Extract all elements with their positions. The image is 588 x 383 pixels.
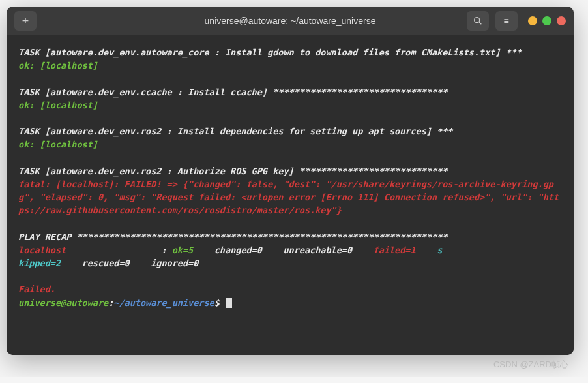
prompt-path: ~/autoware_universe: [113, 298, 214, 308]
task-status-ok: ok: [localhost]: [18, 99, 562, 112]
recap-rescued: rescued=0: [61, 258, 130, 268]
recap-failed: failed=1: [352, 245, 416, 255]
recap-changed: changed=0: [193, 245, 262, 255]
search-icon: [473, 16, 483, 26]
recap-line2: kipped=2 rescued=0 ignored=0: [18, 256, 562, 269]
task-header: TASK [autoware.dev_env.ros2 : Authorize …: [18, 164, 562, 177]
search-button[interactable]: [467, 11, 489, 31]
failed-text: Failed.: [18, 283, 562, 296]
task-header: TASK [autoware.dev_env.autoware_core : I…: [18, 46, 562, 59]
recap-unreachable: unreachable=0: [262, 245, 352, 255]
svg-line-1: [479, 22, 481, 24]
terminal-window: + universe@autoware: ~/autoware_universe…: [7, 7, 574, 355]
minimize-button[interactable]: [528, 16, 537, 25]
cursor: [226, 298, 232, 308]
prompt-line: universe@autoware:~/autoware_universe$: [18, 296, 562, 309]
close-button[interactable]: [557, 16, 566, 25]
recap-sep: :: [66, 245, 172, 255]
recap-host: localhost: [18, 245, 66, 255]
task-status-ok: ok: [localhost]: [18, 138, 562, 151]
titlebar-controls: ≡: [467, 11, 566, 31]
menu-button[interactable]: ≡: [495, 11, 518, 31]
svg-point-0: [475, 18, 480, 23]
recap-ignored: ignored=0: [130, 258, 199, 268]
prompt-user: universe@autoware: [18, 298, 108, 308]
task-header: TASK [autoware.dev_env.ros2 : Install de…: [18, 125, 562, 138]
window-title: universe@autoware: ~/autoware_universe: [205, 16, 376, 26]
watermark: CSDN @ZARD帧心: [7, 359, 581, 371]
traffic-lights: [528, 16, 566, 25]
prompt-dollar: $: [214, 298, 225, 308]
recap-skipped-rest: kipped=2: [18, 258, 61, 268]
task-status-failed: fatal: [localhost]: FAILED! => {"changed…: [18, 177, 562, 217]
task-status-ok: ok: [localhost]: [18, 59, 562, 72]
new-tab-button[interactable]: +: [14, 11, 37, 31]
terminal-body[interactable]: TASK [autoware.dev_env.autoware_core : I…: [7, 35, 574, 355]
task-header: TASK [autoware.dev_env.ccache : Install …: [18, 85, 562, 99]
maximize-button[interactable]: [542, 16, 551, 25]
recap-skipped-start: s: [416, 245, 443, 255]
titlebar: + universe@autoware: ~/autoware_universe…: [7, 7, 574, 35]
recap-line: localhost : ok=5 changed=0 unreachable=0…: [18, 243, 562, 256]
recap-header: PLAY RECAP *****************************…: [18, 230, 562, 243]
recap-ok: ok=5: [172, 245, 194, 255]
